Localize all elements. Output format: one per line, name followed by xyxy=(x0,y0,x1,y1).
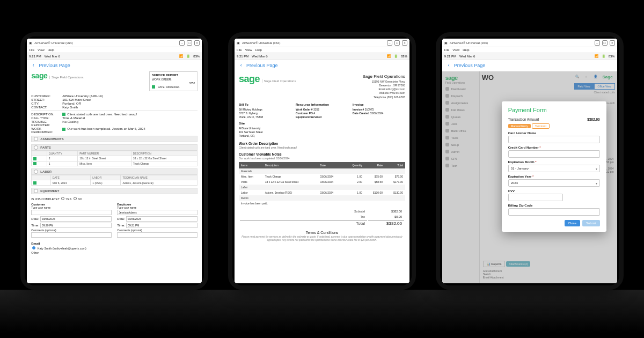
billto-line: 6717 S. Nyberg xyxy=(239,112,291,115)
previous-page-link[interactable]: ⌄ Previous Page xyxy=(27,60,202,71)
menu-file[interactable]: File xyxy=(444,48,450,52)
minimize-button[interactable]: – xyxy=(179,40,185,46)
section-assignments[interactable]: ASSIGNMENTS xyxy=(31,136,197,142)
flag-icon xyxy=(62,113,65,116)
cell: $88.50 xyxy=(364,179,385,185)
wodesc-heading: Work Order Description xyxy=(239,142,405,145)
battery-pct: 83% xyxy=(193,55,200,58)
dashboard-body: sage Field Operations Dashboard Dispatch… xyxy=(442,71,617,283)
row-check-icon xyxy=(33,162,36,165)
job-complete-yes-radio[interactable] xyxy=(61,197,64,200)
menu-file[interactable]: File xyxy=(29,48,34,52)
labor-row[interactable]: Mar 6, 2024 1 (REG) Adams, Jessica (Gene… xyxy=(32,180,197,186)
employee-comments-input[interactable] xyxy=(117,232,197,238)
cvv-label: CVV xyxy=(508,189,600,193)
employee-time-input[interactable]: 09:21 PM xyxy=(126,223,197,228)
wifi-icon: 📶 xyxy=(387,54,391,58)
pill-terminal[interactable]: Terminal xyxy=(532,123,550,129)
parts-row[interactable]: 2 18 x 12 in Steel Sheet 18 x 12 x 22 Ga… xyxy=(32,156,197,161)
parts-row[interactable]: 1 Misc. Item Truck Charge xyxy=(32,161,197,166)
menu-help[interactable]: Help xyxy=(463,48,469,52)
menu-help[interactable]: Help xyxy=(48,48,54,52)
close-window-button[interactable]: × xyxy=(194,40,200,46)
employee-name-input[interactable]: Jessica Adams xyxy=(117,210,197,215)
modal-close-button[interactable]: Close xyxy=(565,220,580,226)
menu-view[interactable]: View xyxy=(452,48,459,52)
modal-submit-button[interactable]: Submit xyxy=(582,220,600,226)
invoice-row: Invoice has been paid. xyxy=(239,201,405,206)
employee-date-input[interactable]: 03/06/2024 xyxy=(126,216,198,222)
cell: 18 x 12 x 22 Ga Steel Sheet xyxy=(263,179,318,185)
parts-col-qty: QUANTITY xyxy=(47,151,77,156)
custnotes-heading: Customer Viewable Notes xyxy=(239,152,405,156)
labor-col-date: DATE xyxy=(50,175,91,180)
pill-manual-entry[interactable]: Manual Entry xyxy=(508,124,531,128)
company-email: Email kdbcg@ssf.com xyxy=(362,87,405,91)
inv-k: Invoice # xyxy=(353,108,364,111)
description-label: DESCRIPTION: xyxy=(31,113,62,116)
customer-time-input[interactable]: 09:20 PM xyxy=(40,223,112,228)
minimize-button[interactable]: – xyxy=(387,40,392,46)
custnotes-body: Our work has been completed. 03/06/2024 xyxy=(239,157,405,160)
typename-label: Type your name xyxy=(31,206,112,209)
col-rate: Rate xyxy=(364,162,385,168)
brand-subtitle: Sage Field Operations xyxy=(262,79,296,83)
menu-file[interactable]: File xyxy=(237,48,242,52)
menu-view[interactable]: View xyxy=(245,48,252,52)
maximize-button[interactable]: □ xyxy=(602,40,608,46)
window-title: AirServer® Universal (x64) xyxy=(242,41,385,45)
calltype-label: CALL TYPE: xyxy=(31,116,62,120)
minimize-button[interactable]: – xyxy=(595,40,600,46)
service-report-body: sage Sage Field Operations SERVICE REPOR… xyxy=(27,71,202,283)
labor-cell: 1 (REG) xyxy=(91,180,121,186)
customer-date-value: 03/06/2024 xyxy=(42,217,55,221)
amount-label: Transaction Amount xyxy=(508,117,539,121)
invoice-heading: Invoice xyxy=(353,102,405,107)
email-recipient: Katy Smith (kathy+leah@operix.com) xyxy=(38,247,86,250)
cell: Parts xyxy=(239,179,263,185)
parts-cell: 18 x 12 x 22 Ga Steel Sheet xyxy=(131,156,197,161)
expmonth-value: 01 - January xyxy=(511,167,529,170)
expyear-select[interactable]: 2024▾ xyxy=(508,179,600,187)
cardholder-input[interactable] xyxy=(508,136,600,143)
previous-page-link[interactable]: ⌄ Previous Page xyxy=(235,60,409,71)
section-equipment[interactable]: EQUIPMENT xyxy=(31,188,197,194)
menu-help[interactable]: Help xyxy=(255,48,262,52)
cell: Truck Charge xyxy=(263,174,318,179)
cell: Labor xyxy=(239,190,263,195)
col-date: Date xyxy=(318,162,343,168)
wifi-icon: 📶 xyxy=(179,54,183,58)
close-window-button[interactable]: × xyxy=(402,40,407,46)
maximize-button[interactable]: □ xyxy=(187,40,192,46)
battery-pct: 83% xyxy=(609,55,615,58)
tablet-service-report: ▣ AirServer® Universal (x64) – □ × File … xyxy=(20,32,208,290)
customer-date-input[interactable]: 03/06/2024 xyxy=(40,216,112,222)
cardnumber-input[interactable] xyxy=(508,150,600,158)
previous-page-link[interactable]: ⌄ Previous Page xyxy=(442,60,617,71)
device-status-bar: 9:21 PMWed Mar 6 📶🔋83% xyxy=(235,53,409,60)
email-recipient-row[interactable]: Katy Smith (kathy+leah@operix.com) xyxy=(31,246,197,250)
customer-name-input[interactable] xyxy=(31,210,112,215)
section-labor[interactable]: LABOR xyxy=(31,168,197,175)
maximize-button[interactable]: □ xyxy=(394,40,400,46)
battery-icon: 🔋 xyxy=(602,54,605,58)
job-complete-no-radio[interactable] xyxy=(74,197,77,200)
billto-heading: Bill To xyxy=(239,102,291,107)
cvv-input[interactable] xyxy=(508,194,564,201)
date-label: Date: xyxy=(31,217,39,221)
device-status-bar: 9:21 PM Wed Mar 6 📶 🔋 83% xyxy=(27,53,202,60)
section-parts[interactable]: PARTS xyxy=(31,144,197,151)
zip-input[interactable] xyxy=(508,208,600,216)
customer-comments-input[interactable] xyxy=(31,232,112,238)
typename-label-2: Type your name xyxy=(117,206,197,209)
company-name: Sage Field Operations xyxy=(362,74,405,80)
expmonth-select[interactable]: 01 - January▾ xyxy=(508,165,600,172)
calltype-value: Time & Material xyxy=(62,116,197,120)
menu-view[interactable]: View xyxy=(38,48,45,52)
cell: Adams, Jessica (REG) xyxy=(263,190,318,195)
site-line: Portland, OR, xyxy=(239,134,291,138)
close-window-button[interactable]: × xyxy=(610,40,615,46)
employee-time-value: 09:21 PM xyxy=(128,224,139,227)
device-status-bar: 9:21 PMWed Mar 6 📶🔋83% xyxy=(442,53,617,60)
parts-cell: Truck Charge xyxy=(131,161,197,166)
